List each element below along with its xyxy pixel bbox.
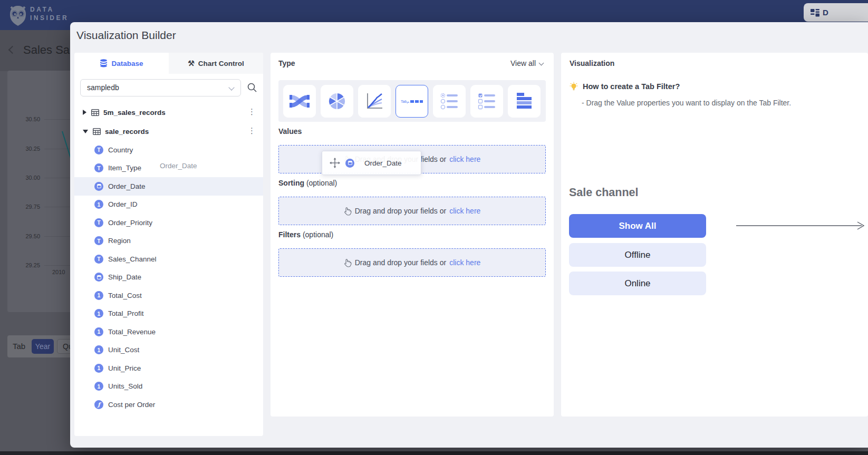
database-select[interactable]: sampledb — [80, 79, 241, 96]
tab-chart-control[interactable]: ⚒ Chart Control — [169, 53, 263, 74]
hint-title: How to create a Tab Filter? — [583, 82, 680, 91]
field-row[interactable]: T Region — [74, 232, 263, 250]
view-all-button[interactable]: View all — [510, 59, 543, 67]
field-list: T Country T Item_Type Order_Date 1 Order… — [74, 141, 263, 414]
field-name: Total_Revenue — [108, 328, 156, 336]
table-icon — [91, 109, 99, 116]
field-row[interactable]: T Sales_Channel — [74, 250, 263, 268]
tab-bar-label: Tab — [13, 342, 25, 351]
tab-filter-preview-title: Sale channel — [569, 186, 638, 199]
table-icon — [93, 128, 101, 135]
lightbulb-icon — [570, 82, 578, 91]
field-row[interactable]: 1 Total_Cost — [74, 286, 263, 305]
database-select-row: sampledb — [80, 79, 257, 96]
hand-drag-icon — [344, 258, 352, 267]
filter-button-offline[interactable]: Offline — [569, 243, 706, 267]
field-name: Unit_Cost — [108, 346, 139, 354]
type-tile-checkbox-filter[interactable] — [470, 85, 503, 118]
field-row[interactable]: ƒ Cost per Order — [74, 395, 263, 414]
sorting-dropzone[interactable]: Drag and drop your fields or click here — [278, 197, 546, 225]
field-name: Region — [108, 237, 131, 245]
page-footer-strip — [0, 451, 868, 455]
search-icon[interactable] — [247, 82, 257, 93]
drag-ghost-label: Order_Date — [364, 159, 402, 167]
table-row-5m-sales-records[interactable]: 5m_sales_records ⋮ — [74, 103, 263, 122]
tab-database[interactable]: Database — [74, 53, 169, 74]
text-icon: T — [94, 236, 103, 245]
field-name: Total_Profit — [108, 309, 144, 317]
field-row[interactable]: Ship_Date — [74, 268, 263, 287]
pie-chart-icon — [327, 92, 346, 111]
type-tile-pie-chart[interactable] — [321, 85, 353, 118]
click-here-link[interactable]: click here — [449, 155, 480, 163]
field-name: Order_Priority — [108, 219, 152, 227]
type-tile-tab-filter[interactable]: Tab — [396, 85, 428, 118]
number-icon: 1 — [94, 309, 103, 318]
type-tile-radio-filter[interactable] — [433, 85, 466, 118]
drag-source-label: Order_Date — [160, 162, 197, 170]
number-icon: 1 — [94, 327, 103, 336]
tab-filter-icon: Tab — [401, 98, 423, 105]
filter-button-online[interactable]: Online — [569, 272, 706, 295]
field-row[interactable]: 1 Units_Sold — [74, 377, 263, 396]
field-row[interactable]: 1 Total_Profit — [74, 305, 263, 323]
visualization-panel: Visualization How to create a Tab Filter… — [561, 53, 868, 417]
formula-icon: ƒ — [94, 400, 103, 409]
annotation-arrow — [735, 219, 867, 233]
text-icon: T — [94, 255, 103, 264]
visualization-builder-modal: Visualization Builder Database ⚒ Chart C… — [70, 22, 868, 448]
date-icon — [94, 182, 103, 191]
table-menu-icon[interactable]: ⋮ — [248, 126, 256, 135]
radio-list-icon — [440, 93, 458, 110]
field-name: Order_ID — [108, 200, 138, 208]
chart-builder-panel: Type View all — [271, 53, 554, 417]
table-name: sale_records — [105, 128, 149, 135]
visualization-section-label: Visualization — [570, 59, 614, 67]
table-row-sale-records[interactable]: sale_records ⋮ — [74, 122, 263, 141]
move-cursor-icon — [330, 158, 340, 168]
collapse-arrow-icon[interactable] — [83, 130, 88, 133]
schema-tree: 5m_sales_records ⋮ sale_records ⋮ T Coun… — [74, 103, 263, 414]
database-panel: Database ⚒ Chart Control sampledb — [74, 53, 263, 436]
list-filter-icon — [516, 92, 533, 110]
text-icon: T — [94, 146, 103, 154]
table-menu-icon[interactable]: ⋮ — [248, 107, 256, 117]
panel-tabs: Database ⚒ Chart Control — [74, 53, 263, 74]
field-row[interactable]: 1 Total_Revenue — [74, 323, 263, 341]
field-name: Ship_Date — [108, 273, 141, 281]
field-row[interactable]: 1 Order_ID — [74, 196, 263, 214]
click-here-link[interactable]: click here — [449, 207, 480, 215]
type-tile-sankey-chart[interactable] — [283, 85, 316, 118]
filter-button-show-all[interactable]: Show All — [569, 214, 706, 238]
field-row[interactable]: 1 Unit_Price — [74, 359, 263, 377]
database-select-value: sampledb — [87, 83, 119, 92]
date-icon — [94, 273, 103, 282]
number-icon: 1 — [94, 345, 103, 354]
type-tile-line-chart[interactable] — [358, 85, 391, 118]
chevron-down-icon — [539, 61, 544, 66]
type-section-label: Type — [278, 59, 295, 67]
field-row[interactable]: Order_Date — [74, 177, 263, 196]
brand-name: DATA INSIDER — [30, 5, 69, 22]
click-here-link[interactable]: click here — [449, 258, 480, 267]
tab-database-label: Database — [111, 60, 143, 67]
field-row[interactable]: T Order_Priority — [74, 214, 263, 232]
field-name: Cost per Order — [108, 401, 155, 409]
type-tile-list-filter[interactable] — [508, 85, 541, 118]
text-icon: T — [94, 218, 103, 227]
database-icon — [100, 59, 108, 67]
field-row[interactable]: 1 Unit_Cost — [74, 341, 263, 360]
field-row[interactable]: T Country — [74, 141, 263, 159]
number-icon: 1 — [94, 291, 103, 300]
field-name: Unit_Price — [108, 364, 141, 372]
year-tab-button[interactable]: Year — [32, 339, 54, 354]
line-chart-icon — [365, 92, 384, 110]
expand-arrow-icon[interactable] — [83, 110, 86, 115]
dashboard-button[interactable]: D — [804, 3, 868, 22]
drag-ghost-card[interactable]: Order_Date — [322, 151, 421, 175]
filters-section-label: Filters (optional) — [278, 230, 333, 239]
filters-dropzone[interactable]: Drag and drop your fields or click here — [278, 248, 546, 277]
tools-icon: ⚒ — [188, 59, 195, 67]
tab-filter-icon-text: Tab — [401, 100, 407, 103]
owl-logo-icon — [7, 4, 29, 27]
